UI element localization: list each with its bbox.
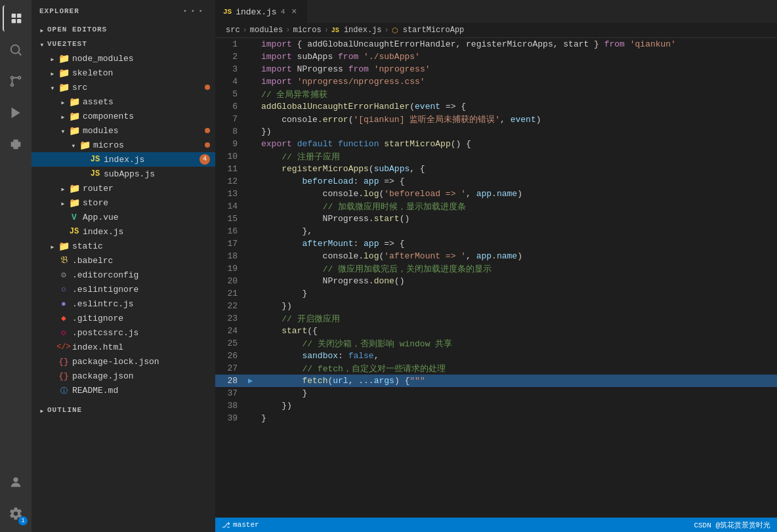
tab-index-js[interactable]: JS index.js 4 ×: [215, 0, 308, 23]
src-badge: [205, 85, 210, 90]
svg-point-10: [13, 478, 18, 482]
main-content: JS index.js 4 × src › modules › micros ›…: [215, 0, 777, 532]
sidebar-item-modules[interactable]: 📁 modules: [32, 123, 215, 138]
postcss-file-icon: ◇: [58, 327, 70, 338]
postcssrc-label: .postcssrc.js: [72, 328, 215, 338]
index-js-src-label: index.js: [83, 227, 215, 237]
open-editors-section[interactable]: OPEN EDITORS: [32, 22, 215, 37]
line-content-9: export default function startMicroApp() …: [259, 138, 777, 150]
breadcrumb-micros[interactable]: micros: [293, 26, 321, 35]
settings-activity-icon[interactable]: 1: [3, 501, 29, 527]
sidebar-item-node-modules[interactable]: 📁 node_modules: [32, 51, 215, 66]
sidebar-item-assets[interactable]: 📁 assets: [32, 94, 215, 109]
sidebar-item-editorconfig[interactable]: ⚙ .editorconfig: [32, 268, 215, 282]
sidebar-more-button[interactable]: ···: [179, 5, 207, 17]
line-content-24: start({: [259, 325, 777, 337]
line-content-3: import NProgress from 'nprogress': [259, 63, 777, 75]
sidebar-item-babelrc[interactable]: 𝔅 .babelrc: [32, 253, 215, 268]
tab-bar: JS index.js 4 ×: [215, 0, 777, 23]
tab-modified-count: 4: [281, 8, 285, 16]
code-line-15: 15 NProgress.start(): [215, 213, 777, 225]
package-json-label: package.json: [72, 371, 215, 381]
sidebar-item-package-json[interactable]: {} package.json: [32, 369, 215, 383]
sidebar-item-index-js-src[interactable]: JS index.js: [32, 224, 215, 239]
settings-badge: 1: [18, 516, 28, 525]
line-content-10: // 注册子应用: [259, 150, 777, 163]
line-arrow-12: [248, 175, 259, 188]
breadcrumb-sep2: ›: [285, 26, 290, 35]
line-arrow-19: [248, 262, 259, 275]
static-arrow: [47, 241, 58, 251]
sidebar-item-static[interactable]: 📁 static: [32, 239, 215, 253]
sidebar-item-src[interactable]: 📁 src: [32, 80, 215, 94]
sidebar-item-eslintignore[interactable]: ○ .eslintignore: [32, 282, 215, 297]
line-content-23: // 开启微应用: [259, 312, 777, 325]
code-line-25: 25 // 关闭沙箱，否则影响 window 共享: [215, 337, 777, 350]
html-file-icon: </>: [58, 341, 70, 353]
tab-close-button[interactable]: ×: [289, 7, 299, 17]
line-arrow-28: ▶: [248, 375, 259, 387]
line-content-25: // 关闭沙箱，否则影响 window 共享: [259, 337, 777, 350]
store-arrow: [58, 197, 68, 208]
project-root[interactable]: VUE2TEST: [32, 37, 215, 51]
line-num-8: 8: [215, 125, 248, 138]
git-file-icon: ◆: [58, 312, 70, 324]
line-content-17: afterMount: app => {: [259, 237, 777, 250]
line-content-12: beforeLoad: app => {: [259, 175, 777, 188]
breadcrumb-function[interactable]: startMicroApp: [403, 26, 465, 35]
outline-section[interactable]: OUTLINE: [32, 403, 215, 417]
sidebar-item-skeleton[interactable]: 📁 skeleton: [32, 66, 215, 80]
svg-point-4: [11, 45, 20, 54]
empty-arrow: [79, 169, 89, 179]
sidebar-item-eslintrcjs[interactable]: ● .eslintrc.js: [32, 297, 215, 311]
code-line-21: 21 }: [215, 287, 777, 300]
line-content-7: console.error('[qiankun] 监听全局未捕获的错误', ev…: [259, 113, 777, 125]
code-line-37: 37 }: [215, 387, 777, 399]
account-activity-icon[interactable]: [3, 469, 29, 495]
line-content-16: },: [259, 225, 777, 237]
empty-arrow: [47, 356, 58, 367]
sidebar: EXPLORER ··· OPEN EDITORS VUE2TEST 📁 nod…: [32, 0, 215, 532]
svg-rect-0: [12, 14, 16, 18]
sidebar-item-readme[interactable]: ⓘ README.md: [32, 383, 215, 398]
sidebar-item-index-js-micros[interactable]: JS index.js 4: [32, 152, 215, 167]
sidebar-item-package-lock[interactable]: {} package-lock.json: [32, 354, 215, 369]
line-arrow-1: [248, 38, 259, 51]
run-activity-icon[interactable]: [3, 100, 29, 126]
sidebar-item-store[interactable]: 📁 store: [32, 195, 215, 210]
extensions-activity-icon[interactable]: [3, 131, 29, 157]
line-num-3: 3: [215, 63, 248, 75]
editor[interactable]: 1 import { addGlobalUncaughtErrorHandler…: [215, 38, 777, 518]
folder-icon: 📁: [58, 67, 70, 79]
line-num-19: 19: [215, 262, 248, 275]
sidebar-item-index-html[interactable]: </> index.html: [32, 340, 215, 354]
breadcrumb-src[interactable]: src: [226, 26, 240, 35]
explorer-activity-icon[interactable]: [3, 5, 29, 31]
sidebar-item-postcssrc[interactable]: ◇ .postcssrc.js: [32, 325, 215, 340]
svg-rect-2: [12, 19, 16, 23]
empty-arrow: [47, 284, 58, 295]
breadcrumb-file[interactable]: index.js: [344, 26, 382, 35]
search-activity-icon[interactable]: [3, 37, 29, 63]
source-control-activity-icon[interactable]: [3, 68, 29, 94]
line-content-22: }): [259, 300, 777, 312]
assets-arrow: [58, 96, 68, 107]
line-arrow-6: [248, 100, 259, 113]
line-num-11: 11: [215, 163, 248, 175]
sidebar-item-subapps[interactable]: JS subApps.js: [32, 167, 215, 181]
line-num-18: 18: [215, 250, 248, 262]
sidebar-item-gitignore[interactable]: ◆ .gitignore: [32, 311, 215, 325]
code-line-11: 11 registerMicroApps(subApps, {: [215, 163, 777, 175]
eslintignore-label: .eslintignore: [72, 285, 215, 295]
line-num-16: 16: [215, 225, 248, 237]
code-line-16: 16 },: [215, 225, 777, 237]
sidebar-item-micros[interactable]: 📁 micros: [32, 138, 215, 152]
breadcrumb-modules[interactable]: modules: [250, 26, 283, 35]
sidebar-item-router[interactable]: 📁 router: [32, 181, 215, 195]
status-branch[interactable]: ⎇ master: [222, 521, 259, 529]
line-arrow-7: [248, 113, 259, 125]
folder-icon: 📁: [79, 139, 91, 151]
code-line-6: 6 addGlobalUncaughtErrorHandler(event =>…: [215, 100, 777, 113]
sidebar-item-app-vue[interactable]: V App.vue: [32, 210, 215, 224]
sidebar-item-components[interactable]: 📁 components: [32, 109, 215, 123]
